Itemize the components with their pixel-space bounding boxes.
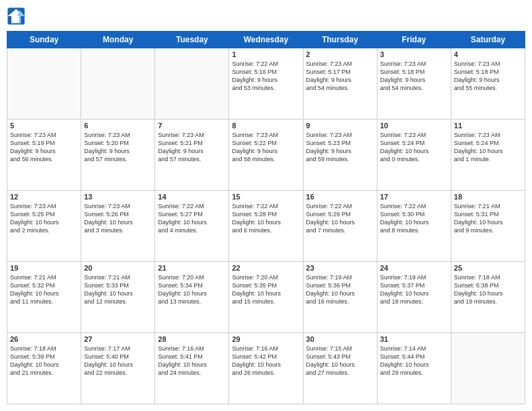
- day-number: 10: [380, 122, 448, 130]
- calendar-cell: 19Sunrise: 7:21 AM Sunset: 5:32 PM Dayli…: [7, 262, 81, 333]
- weekday-header-tuesday: Tuesday: [155, 32, 229, 48]
- cell-info: Sunrise: 7:15 AM Sunset: 5:43 PM Dayligh…: [306, 345, 374, 377]
- weekday-header-monday: Monday: [81, 32, 155, 48]
- weekday-header-saturday: Saturday: [451, 32, 525, 48]
- cell-info: Sunrise: 7:22 AM Sunset: 5:29 PM Dayligh…: [306, 202, 374, 235]
- day-number: 7: [158, 122, 226, 130]
- cell-info: Sunrise: 7:23 AM Sunset: 5:18 PM Dayligh…: [380, 60, 448, 93]
- cell-info: Sunrise: 7:17 AM Sunset: 5:40 PM Dayligh…: [84, 345, 152, 377]
- cell-info: Sunrise: 7:23 AM Sunset: 5:23 PM Dayligh…: [306, 131, 374, 164]
- cell-info: Sunrise: 7:22 AM Sunset: 5:16 PM Dayligh…: [232, 60, 300, 93]
- day-number: 12: [10, 193, 78, 201]
- day-number: 13: [84, 193, 152, 201]
- day-number: 23: [306, 264, 374, 272]
- page: SundayMondayTuesdayWednesdayThursdayFrid…: [0, 0, 532, 411]
- day-number: 2: [306, 50, 374, 58]
- calendar-week-2: 12Sunrise: 7:23 AM Sunset: 5:25 PM Dayli…: [7, 191, 525, 262]
- day-number: 6: [84, 122, 152, 130]
- calendar-cell: [451, 333, 525, 404]
- day-number: 16: [306, 193, 374, 201]
- day-number: 3: [380, 50, 448, 58]
- calendar-cell: 27Sunrise: 7:17 AM Sunset: 5:40 PM Dayli…: [81, 333, 155, 404]
- calendar-cell: 23Sunrise: 7:19 AM Sunset: 5:36 PM Dayli…: [303, 262, 377, 333]
- day-number: 28: [158, 335, 226, 343]
- calendar-cell: 24Sunrise: 7:19 AM Sunset: 5:37 PM Dayli…: [377, 262, 451, 333]
- cell-info: Sunrise: 7:18 AM Sunset: 5:39 PM Dayligh…: [10, 345, 78, 377]
- cell-info: Sunrise: 7:23 AM Sunset: 5:24 PM Dayligh…: [454, 131, 522, 164]
- cell-info: Sunrise: 7:23 AM Sunset: 5:20 PM Dayligh…: [84, 131, 152, 164]
- calendar-cell: 3Sunrise: 7:23 AM Sunset: 5:18 PM Daylig…: [377, 48, 451, 120]
- cell-info: Sunrise: 7:20 AM Sunset: 5:34 PM Dayligh…: [158, 273, 226, 306]
- cell-info: Sunrise: 7:21 AM Sunset: 5:33 PM Dayligh…: [84, 273, 152, 306]
- cell-info: Sunrise: 7:14 AM Sunset: 5:44 PM Dayligh…: [380, 345, 448, 377]
- day-number: 26: [10, 335, 78, 343]
- day-number: 4: [454, 50, 522, 58]
- calendar-cell: 1Sunrise: 7:22 AM Sunset: 5:16 PM Daylig…: [229, 48, 303, 120]
- calendar-cell: 25Sunrise: 7:18 AM Sunset: 5:38 PM Dayli…: [451, 262, 525, 333]
- calendar-cell: 8Sunrise: 7:23 AM Sunset: 5:22 PM Daylig…: [229, 120, 303, 191]
- cell-info: Sunrise: 7:16 AM Sunset: 5:42 PM Dayligh…: [232, 345, 300, 377]
- cell-info: Sunrise: 7:23 AM Sunset: 5:25 PM Dayligh…: [10, 202, 78, 235]
- day-number: 24: [380, 264, 448, 272]
- day-number: 30: [306, 335, 374, 343]
- cell-info: Sunrise: 7:16 AM Sunset: 5:41 PM Dayligh…: [158, 345, 226, 377]
- cell-info: Sunrise: 7:18 AM Sunset: 5:38 PM Dayligh…: [454, 273, 522, 306]
- day-number: 17: [380, 193, 448, 201]
- calendar-cell: 12Sunrise: 7:23 AM Sunset: 5:25 PM Dayli…: [7, 191, 81, 262]
- calendar-cell: 28Sunrise: 7:16 AM Sunset: 5:41 PM Dayli…: [155, 333, 229, 404]
- calendar-cell: 13Sunrise: 7:23 AM Sunset: 5:26 PM Dayli…: [81, 191, 155, 262]
- cell-info: Sunrise: 7:21 AM Sunset: 5:32 PM Dayligh…: [10, 273, 78, 306]
- weekday-header-row: SundayMondayTuesdayWednesdayThursdayFrid…: [7, 32, 525, 48]
- calendar-cell: 14Sunrise: 7:22 AM Sunset: 5:27 PM Dayli…: [155, 191, 229, 262]
- cell-info: Sunrise: 7:23 AM Sunset: 5:24 PM Dayligh…: [380, 131, 448, 164]
- cell-info: Sunrise: 7:23 AM Sunset: 5:21 PM Dayligh…: [158, 131, 226, 164]
- calendar-cell: 20Sunrise: 7:21 AM Sunset: 5:33 PM Dayli…: [81, 262, 155, 333]
- calendar-week-3: 19Sunrise: 7:21 AM Sunset: 5:32 PM Dayli…: [7, 262, 525, 333]
- day-number: 11: [454, 122, 522, 130]
- calendar-cell: 5Sunrise: 7:23 AM Sunset: 5:19 PM Daylig…: [7, 120, 81, 191]
- cell-info: Sunrise: 7:19 AM Sunset: 5:36 PM Dayligh…: [306, 273, 374, 306]
- cell-info: Sunrise: 7:20 AM Sunset: 5:35 PM Dayligh…: [232, 273, 300, 306]
- day-number: 15: [232, 193, 300, 201]
- calendar-table: SundayMondayTuesdayWednesdayThursdayFrid…: [7, 31, 525, 404]
- cell-info: Sunrise: 7:22 AM Sunset: 5:27 PM Dayligh…: [158, 202, 226, 235]
- day-number: 25: [454, 264, 522, 272]
- calendar-cell: 17Sunrise: 7:22 AM Sunset: 5:30 PM Dayli…: [377, 191, 451, 262]
- weekday-header-thursday: Thursday: [303, 32, 377, 48]
- calendar-cell: [7, 48, 81, 120]
- day-number: 31: [380, 335, 448, 343]
- cell-info: Sunrise: 7:23 AM Sunset: 5:19 PM Dayligh…: [10, 131, 78, 164]
- calendar-cell: 16Sunrise: 7:22 AM Sunset: 5:29 PM Dayli…: [303, 191, 377, 262]
- calendar-cell: 9Sunrise: 7:23 AM Sunset: 5:23 PM Daylig…: [303, 120, 377, 191]
- calendar-week-1: 5Sunrise: 7:23 AM Sunset: 5:19 PM Daylig…: [7, 120, 525, 191]
- day-number: 20: [84, 264, 152, 272]
- calendar-cell: 29Sunrise: 7:16 AM Sunset: 5:42 PM Dayli…: [229, 333, 303, 404]
- calendar-cell: 31Sunrise: 7:14 AM Sunset: 5:44 PM Dayli…: [377, 333, 451, 404]
- cell-info: Sunrise: 7:21 AM Sunset: 5:31 PM Dayligh…: [454, 202, 522, 235]
- calendar-cell: 2Sunrise: 7:23 AM Sunset: 5:17 PM Daylig…: [303, 48, 377, 120]
- calendar-week-0: 1Sunrise: 7:22 AM Sunset: 5:16 PM Daylig…: [7, 48, 525, 120]
- day-number: 18: [454, 193, 522, 201]
- day-number: 9: [306, 122, 374, 130]
- weekday-header-wednesday: Wednesday: [229, 32, 303, 48]
- calendar-cell: 4Sunrise: 7:23 AM Sunset: 5:18 PM Daylig…: [451, 48, 525, 120]
- day-number: 8: [232, 122, 300, 130]
- calendar-week-4: 26Sunrise: 7:18 AM Sunset: 5:39 PM Dayli…: [7, 333, 525, 404]
- calendar-cell: [155, 48, 229, 120]
- calendar-cell: 6Sunrise: 7:23 AM Sunset: 5:20 PM Daylig…: [81, 120, 155, 191]
- day-number: 1: [232, 50, 300, 58]
- cell-info: Sunrise: 7:23 AM Sunset: 5:17 PM Dayligh…: [306, 60, 374, 93]
- day-number: 29: [232, 335, 300, 343]
- calendar-cell: 15Sunrise: 7:22 AM Sunset: 5:28 PM Dayli…: [229, 191, 303, 262]
- cell-info: Sunrise: 7:22 AM Sunset: 5:28 PM Dayligh…: [232, 202, 300, 235]
- day-number: 21: [158, 264, 226, 272]
- logo-icon: [7, 7, 26, 26]
- cell-info: Sunrise: 7:23 AM Sunset: 5:22 PM Dayligh…: [232, 131, 300, 164]
- calendar-cell: [81, 48, 155, 120]
- cell-info: Sunrise: 7:19 AM Sunset: 5:37 PM Dayligh…: [380, 273, 448, 306]
- calendar-cell: 21Sunrise: 7:20 AM Sunset: 5:34 PM Dayli…: [155, 262, 229, 333]
- day-number: 5: [10, 122, 78, 130]
- day-number: 14: [158, 193, 226, 201]
- calendar-cell: 22Sunrise: 7:20 AM Sunset: 5:35 PM Dayli…: [229, 262, 303, 333]
- calendar-cell: 18Sunrise: 7:21 AM Sunset: 5:31 PM Dayli…: [451, 191, 525, 262]
